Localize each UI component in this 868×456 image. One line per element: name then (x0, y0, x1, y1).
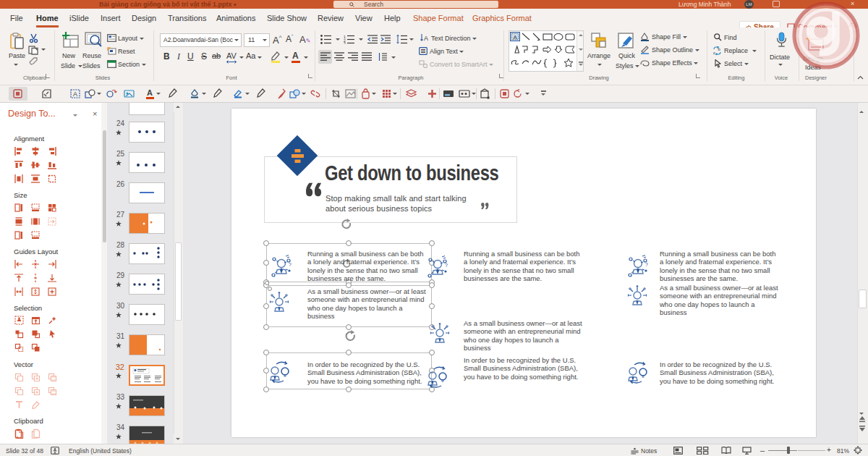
svg-text:c: c (713, 51, 715, 55)
svg-text:3: 3 (344, 41, 346, 44)
svg-text:b: b (718, 47, 721, 51)
svg-text:A: A (73, 90, 77, 98)
svg-text:?: ? (645, 262, 648, 267)
svg-text:?: ? (289, 262, 292, 267)
svg-text:A: A (514, 34, 518, 41)
svg-text:A: A (424, 35, 428, 42)
svg-text:?: ? (445, 263, 448, 268)
